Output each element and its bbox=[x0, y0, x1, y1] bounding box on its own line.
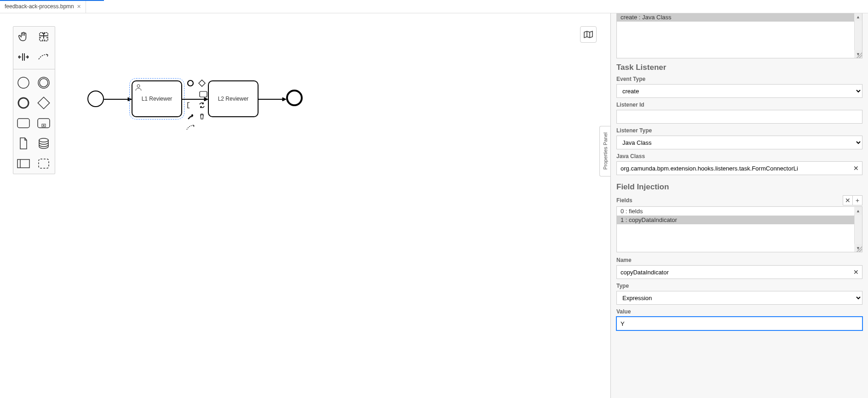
label-java-class: Java Class bbox=[616, 153, 862, 159]
svg-marker-13 bbox=[128, 97, 132, 101]
append-gateway-icon[interactable] bbox=[197, 79, 207, 88]
execution-listener-list[interactable]: create : Java Class ▲ ▼ bbox=[616, 13, 862, 58]
svg-point-15 bbox=[188, 80, 193, 86]
list-item[interactable]: create : Java Class bbox=[617, 13, 854, 22]
task-l2-reviewer[interactable]: L2 Reviewer bbox=[208, 80, 259, 117]
file-tab[interactable]: feedback-ack-process.bpmn ✕ bbox=[0, 0, 86, 13]
svg-rect-17 bbox=[200, 91, 207, 97]
add-field-button[interactable]: + bbox=[852, 195, 862, 205]
svg-marker-21 bbox=[282, 97, 286, 101]
tab-bar: feedback-ack-process.bpmn ✕ bbox=[0, 0, 868, 13]
fields-list[interactable]: 0 : fields 1 : copyDataIndicator ▲ ▼ bbox=[616, 206, 862, 252]
list-item[interactable]: 0 : fields bbox=[617, 207, 854, 216]
scroll-up-icon[interactable]: ▲ bbox=[854, 207, 862, 215]
label-value: Value bbox=[616, 308, 862, 315]
connect-icon[interactable] bbox=[186, 123, 195, 132]
sequence-flow[interactable] bbox=[182, 97, 208, 101]
diagram-canvas[interactable]: L1 Reviewer L2 Reviewer bbox=[0, 13, 610, 398]
list-item[interactable]: 1 : copyDataIndicator bbox=[617, 216, 854, 224]
section-field-injection: Field Injection bbox=[616, 182, 862, 192]
delete-icon[interactable] bbox=[197, 112, 207, 121]
label-listener-type: Listener Type bbox=[616, 127, 862, 134]
task-l1-reviewer[interactable]: L1 Reviewer bbox=[132, 80, 182, 117]
resize-handle[interactable] bbox=[857, 52, 862, 58]
label-event-type: Event Type bbox=[616, 76, 862, 82]
file-tab-title: feedback-ack-process.bpmn bbox=[5, 3, 74, 10]
listener-id-input[interactable] bbox=[616, 110, 862, 124]
label-listener-id: Listener Id bbox=[616, 102, 862, 108]
clear-icon[interactable]: ✕ bbox=[852, 268, 860, 276]
event-type-select[interactable]: create bbox=[616, 84, 862, 98]
listener-type-select[interactable]: Java Class bbox=[616, 136, 862, 149]
label-name: Name bbox=[616, 257, 862, 263]
svg-marker-19 bbox=[204, 97, 208, 101]
start-event[interactable] bbox=[87, 91, 104, 107]
field-value-input[interactable] bbox=[616, 317, 862, 330]
task-label: L1 Reviewer bbox=[142, 96, 172, 102]
properties-panel-toggle[interactable]: Properties Panel bbox=[599, 126, 610, 176]
close-icon[interactable]: ✕ bbox=[77, 4, 81, 10]
user-task-icon bbox=[134, 83, 143, 91]
sequence-flow[interactable] bbox=[104, 97, 132, 101]
properties-panel: create : Java Class ▲ ▼ Task Listener Ev… bbox=[610, 13, 868, 398]
field-type-select[interactable]: Expression bbox=[616, 291, 862, 305]
annotation-icon[interactable] bbox=[186, 101, 195, 110]
svg-rect-16 bbox=[199, 80, 205, 86]
clear-icon[interactable]: ✕ bbox=[852, 165, 860, 172]
field-name-input[interactable] bbox=[616, 265, 862, 279]
context-pad bbox=[186, 79, 208, 132]
end-event[interactable] bbox=[286, 90, 303, 106]
panel-handle-label: Properties Panel bbox=[603, 132, 608, 170]
svg-point-14 bbox=[137, 85, 140, 87]
label-fields: Fields bbox=[616, 197, 843, 204]
remove-field-button[interactable]: ✕ bbox=[843, 195, 853, 205]
label-type: Type bbox=[616, 283, 862, 289]
java-class-input[interactable] bbox=[616, 161, 862, 175]
append-end-event-icon[interactable] bbox=[186, 79, 195, 88]
section-task-listener: Task Listener bbox=[616, 63, 862, 72]
change-type-icon[interactable] bbox=[197, 101, 207, 110]
task-label: L2 Reviewer bbox=[218, 96, 249, 102]
resize-handle[interactable] bbox=[857, 246, 862, 252]
scroll-up-icon[interactable]: ▲ bbox=[854, 13, 862, 21]
sequence-flow[interactable] bbox=[259, 97, 286, 101]
wrench-icon[interactable] bbox=[186, 112, 195, 121]
